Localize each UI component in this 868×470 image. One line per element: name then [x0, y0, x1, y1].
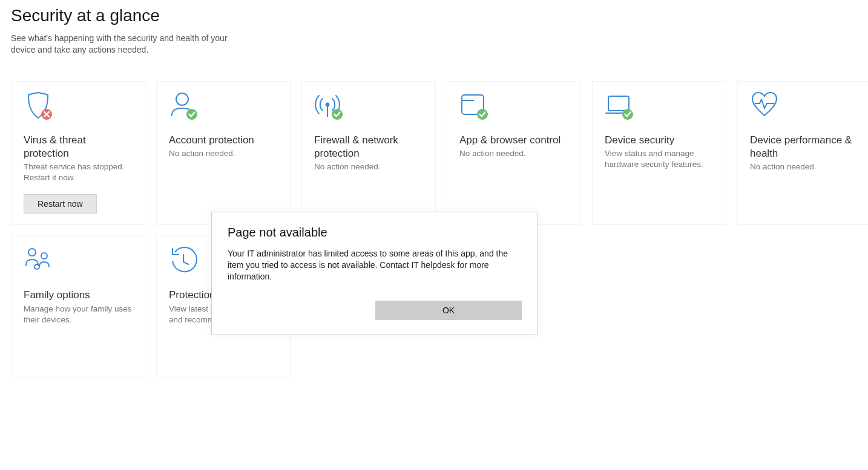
- antenna-icon: [314, 93, 350, 122]
- shield-icon: [24, 93, 60, 122]
- family-icon: [24, 247, 60, 276]
- history-icon: [169, 247, 205, 276]
- laptop-icon: [605, 93, 641, 122]
- card-title: Device security: [605, 134, 714, 147]
- card-title: Virus & threat protection: [24, 134, 133, 160]
- svg-point-12: [28, 249, 36, 256]
- card-title: Family options: [24, 289, 133, 302]
- card-title: Firewall & network protection: [314, 134, 423, 160]
- card-app-browser[interactable]: App & browser control No action needed.: [447, 81, 581, 226]
- svg-point-1: [176, 93, 188, 105]
- card-account-protection[interactable]: Account protection No action needed.: [156, 81, 291, 226]
- card-desc: Threat service has stopped. Restart it n…: [24, 162, 133, 183]
- card-title: Device performance & health: [750, 134, 859, 160]
- page-not-available-dialog: Page not available Your IT administrator…: [211, 212, 538, 335]
- svg-rect-9: [608, 96, 629, 111]
- card-desc: No action needed.: [459, 148, 568, 159]
- page-title: Security at a glance: [11, 6, 857, 25]
- card-title: App & browser control: [459, 134, 568, 147]
- svg-point-5: [332, 109, 343, 120]
- heart-pulse-icon: [750, 93, 786, 122]
- card-desc: No action needed.: [169, 148, 278, 159]
- card-device-security[interactable]: Device security View status and manage h…: [592, 81, 726, 226]
- svg-point-13: [41, 253, 47, 259]
- card-desc: Manage how your family uses their device…: [24, 304, 133, 325]
- card-title: Account protection: [169, 134, 278, 147]
- browser-icon: [459, 93, 496, 122]
- card-firewall-network[interactable]: Firewall & network protection No action …: [301, 81, 436, 226]
- account-icon: [169, 93, 205, 122]
- svg-point-11: [622, 109, 633, 120]
- card-desc: No action needed.: [314, 162, 423, 172]
- card-family-options[interactable]: Family options Manage how your family us…: [11, 236, 145, 377]
- svg-point-14: [35, 264, 39, 269]
- svg-point-3: [326, 102, 330, 106]
- card-desc: View status and manage hardware security…: [605, 148, 714, 170]
- dialog-title: Page not available: [228, 226, 522, 240]
- card-desc: No action needed.: [750, 162, 859, 172]
- svg-point-2: [186, 109, 197, 120]
- page-subtitle: See what's happening with the security a…: [11, 33, 241, 56]
- card-virus-threat[interactable]: Virus & threat protection Threat service…: [11, 81, 145, 226]
- svg-point-8: [477, 109, 488, 120]
- ok-button[interactable]: OK: [375, 301, 522, 320]
- card-device-performance[interactable]: Device performance & health No action ne…: [737, 81, 868, 226]
- restart-now-button[interactable]: Restart now: [24, 194, 97, 214]
- dialog-body: Your IT administrator has limited access…: [228, 248, 522, 282]
